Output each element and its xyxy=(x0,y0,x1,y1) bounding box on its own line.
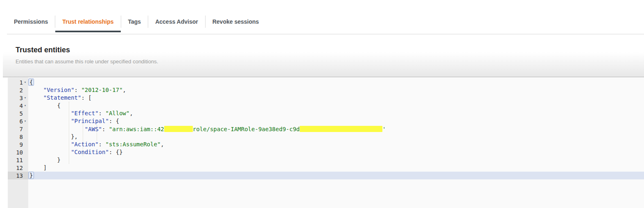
line-number: 3 xyxy=(20,95,23,101)
code-line-4: { xyxy=(28,102,644,110)
gutter-row: 6▾ xyxy=(8,117,28,125)
redaction-highlight xyxy=(164,126,193,132)
json-key: "Action" xyxy=(71,141,98,148)
json-punctuation: : { xyxy=(109,118,119,124)
line-number: 2 xyxy=(20,87,23,94)
line-number: 12 xyxy=(16,165,23,171)
gutter-row: 2 xyxy=(8,86,28,94)
json-string: "2012-10-17" xyxy=(81,87,122,93)
code-line-6: "Principal": { xyxy=(28,117,644,125)
json-key: "Version" xyxy=(43,87,75,93)
json-key: "Effect" xyxy=(71,110,98,116)
gutter-row: 11 xyxy=(8,156,28,164)
json-punctuation xyxy=(29,141,71,148)
line-number: 6 xyxy=(20,118,23,125)
iam-role-detail-page: PermissionsTrust relationshipsTagsAccess… xyxy=(0,0,644,208)
line-number: 8 xyxy=(20,134,23,140)
json-punctuation xyxy=(29,118,71,124)
line-number: 1 xyxy=(20,79,23,86)
gutter-row: 9 xyxy=(8,141,28,148)
json-string: "arn:aws:iam::42 xyxy=(109,126,164,132)
json-punctuation: , xyxy=(129,110,133,116)
tab-trust-relationships[interactable]: Trust relationships xyxy=(55,16,120,28)
json-punctuation: } xyxy=(29,157,61,163)
code-line-10: "Condition": {} xyxy=(28,148,644,156)
json-punctuation xyxy=(29,126,85,132)
line-number: 10 xyxy=(16,149,23,156)
code-line-9: "Action": "sts:AssumeRole", xyxy=(28,141,644,148)
json-key: "Principal" xyxy=(71,118,109,124)
fold-toggle-icon[interactable]: ▾ xyxy=(23,117,27,125)
tab-tags[interactable]: Tags xyxy=(121,16,148,28)
json-punctuation: : [ xyxy=(81,94,91,101)
code-line-8: }, xyxy=(28,133,644,141)
fold-toggle-icon[interactable]: ▾ xyxy=(23,102,27,110)
json-punctuation: : xyxy=(102,126,109,132)
code-line-1: { xyxy=(28,78,644,86)
gutter-row: 8 xyxy=(8,133,28,141)
json-string: "Allow" xyxy=(105,110,129,116)
line-number: 13 xyxy=(16,172,23,179)
json-punctuation: : xyxy=(99,141,106,148)
json-string: ' xyxy=(382,126,386,132)
gutter-row: 10 xyxy=(8,148,28,156)
code-line-5: "Effect": "Allow", xyxy=(28,110,644,117)
policy-code-area[interactable]: { "Version": "2012-10-17", "Statement": … xyxy=(28,78,644,208)
code-line-11: } xyxy=(28,156,644,164)
json-punctuation: { xyxy=(29,102,61,109)
page-title: Trusted entities xyxy=(16,46,70,54)
gutter-row: 3▾ xyxy=(8,94,28,102)
fold-toggle-icon[interactable]: ▾ xyxy=(23,94,27,102)
json-punctuation: , xyxy=(160,141,164,148)
json-punctuation: , xyxy=(123,87,126,93)
code-line-12: ] xyxy=(28,164,644,172)
tab-access-advisor[interactable]: Access Advisor xyxy=(148,16,205,28)
json-key: "Statement" xyxy=(43,94,81,101)
json-string: "sts:AssumeRole" xyxy=(105,141,160,148)
json-punctuation: } xyxy=(28,172,34,179)
gutter-row: 4▾ xyxy=(8,102,28,110)
fold-toggle-icon[interactable]: ▾ xyxy=(23,78,27,86)
line-number: 4 xyxy=(20,103,23,109)
json-string: role/space-IAMRole-9ae38ed9-c9d xyxy=(193,126,300,132)
line-number: 9 xyxy=(20,141,23,148)
tab-permissions[interactable]: Permissions xyxy=(7,16,55,28)
gutter-row: 1▾ xyxy=(8,78,28,86)
line-number: 11 xyxy=(16,157,23,163)
code-line-7: "AWS": "arn:aws:iam::42role/space-IAMRol… xyxy=(28,125,644,133)
editor-gutter: 1▾23▾4▾56▾78910111213 xyxy=(8,78,28,208)
json-punctuation: }, xyxy=(29,133,78,140)
code-line-3: "Statement": [ xyxy=(28,94,644,102)
trusted-entities-header: Trusted entities Entities that can assum… xyxy=(3,34,644,77)
policy-document-editor[interactable]: 1▾23▾4▾56▾78910111213 { "Version": "2012… xyxy=(3,78,644,208)
gutter-row: 13 xyxy=(8,172,28,179)
tab-list: PermissionsTrust relationshipsTagsAccess… xyxy=(7,16,266,28)
json-punctuation: { xyxy=(28,78,34,86)
json-punctuation: : {} xyxy=(109,149,123,155)
json-key: "Condition" xyxy=(71,149,109,155)
gutter-row: 5 xyxy=(8,110,28,117)
gutter-row: 12 xyxy=(8,164,28,172)
json-punctuation: : xyxy=(75,87,81,93)
code-line-2: "Version": "2012-10-17", xyxy=(28,86,644,94)
tab-revoke-sessions[interactable]: Revoke sessions xyxy=(206,16,266,28)
line-number: 7 xyxy=(20,126,23,132)
json-punctuation xyxy=(29,110,71,116)
json-punctuation xyxy=(29,87,43,93)
tab-bar: PermissionsTrust relationshipsTagsAccess… xyxy=(0,0,644,34)
gutter-row: 7 xyxy=(8,125,28,133)
json-punctuation: ] xyxy=(29,164,47,171)
json-punctuation xyxy=(29,149,71,155)
page-subtitle: Entities that can assume this role under… xyxy=(16,58,158,65)
redaction-highlight xyxy=(300,126,382,132)
line-number: 5 xyxy=(20,110,23,117)
code-line-13: } xyxy=(28,172,644,179)
json-punctuation xyxy=(29,94,43,101)
json-punctuation: : xyxy=(99,110,106,116)
json-key: "AWS" xyxy=(85,126,102,132)
